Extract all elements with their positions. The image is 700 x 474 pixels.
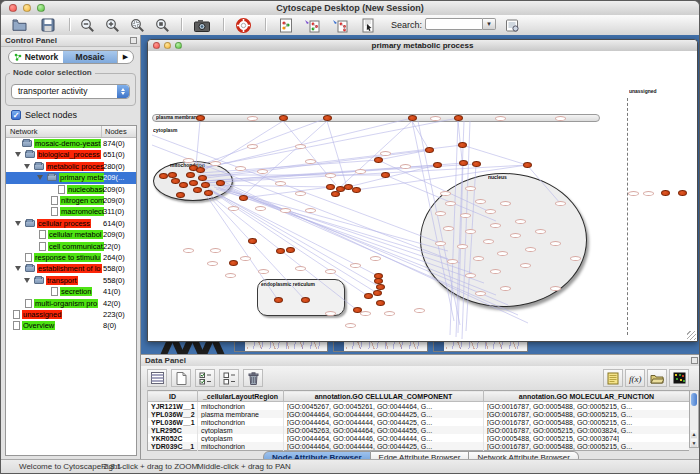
expand-triangle-icon[interactable]: [15, 221, 21, 226]
create-attribute-button[interactable]: [171, 369, 191, 387]
network-node-unhighlighted[interactable]: [500, 201, 511, 206]
network-node[interactable]: [353, 307, 362, 313]
table-cell[interactable]: cytoplasm: [198, 434, 284, 442]
network-node-unhighlighted[interactable]: [247, 116, 258, 121]
network-node[interactable]: [196, 115, 205, 121]
network-node[interactable]: [239, 195, 248, 201]
network-node-unhighlighted[interactable]: [255, 206, 266, 211]
network-node-unhighlighted[interactable]: [497, 251, 508, 256]
network-node-unhighlighted[interactable]: [445, 201, 456, 206]
import-table-button[interactable]: [331, 17, 348, 33]
scroll-up-arrow[interactable]: ▲: [691, 430, 697, 438]
network-node-unhighlighted[interactable]: [325, 311, 336, 316]
network-node[interactable]: [459, 160, 468, 166]
network-node-unhighlighted[interactable]: [430, 116, 441, 121]
tree-row[interactable]: Overview8(0): [6, 320, 136, 331]
table-column-header[interactable]: annotation.GO MOLECULAR_FUNCTION: [484, 391, 690, 402]
search-input[interactable]: [425, 18, 483, 30]
unselect-all-attributes-button[interactable]: [219, 369, 239, 387]
table-cell[interactable]: YPL036W__1: [148, 418, 198, 426]
network-node-unhighlighted[interactable]: [280, 208, 291, 213]
network-node-unhighlighted[interactable]: [370, 256, 381, 261]
tree-row[interactable]: biological_process651(0): [6, 149, 136, 160]
zoom-selected-button[interactable]: [154, 17, 171, 33]
network-node[interactable]: [433, 162, 442, 168]
network-edge[interactable]: [458, 121, 462, 160]
network-node-unhighlighted[interactable]: [495, 116, 506, 121]
tree-row[interactable]: cell communicat22(0): [6, 241, 136, 252]
table-cell[interactable]: [GO:0044464, GO:0044446, GO:0044444, G..…: [284, 434, 484, 442]
network-node-unhighlighted[interactable]: [355, 169, 366, 174]
network-node[interactable]: [331, 191, 340, 197]
table-cell[interactable]: [GO:0016787, GO:0005488, GO:0005215, G..…: [484, 410, 690, 418]
function-builder-button[interactable]: f(x): [625, 369, 645, 387]
zoom-in-button[interactable]: [104, 17, 121, 33]
network-node-unhighlighted[interactable]: [207, 261, 218, 266]
network-node-unhighlighted[interactable]: [475, 291, 486, 296]
table-column-header[interactable]: ID: [148, 391, 198, 402]
network-node[interactable]: [376, 300, 385, 306]
network-node[interactable]: [454, 115, 463, 121]
network-node-unhighlighted[interactable]: [384, 311, 395, 316]
table-row[interactable]: YKR052Ccytoplasm[GO:0044464, GO:0044446,…: [148, 434, 690, 442]
network-node-unhighlighted[interactable]: [465, 229, 476, 234]
network-node-unhighlighted[interactable]: [643, 191, 654, 196]
network-edge[interactable]: [527, 165, 560, 203]
network-node[interactable]: [381, 172, 390, 178]
table-cell[interactable]: [GO:0045263, GO:0044464, GO:0044455, G..…: [284, 426, 484, 434]
network-node[interactable]: [326, 184, 335, 190]
open-session-button[interactable]: [11, 17, 28, 33]
network-node-unhighlighted[interactable]: [550, 241, 561, 246]
table-cell[interactable]: plasma membrane: [198, 410, 284, 418]
scroll-down-arrow[interactable]: ▼: [691, 439, 697, 447]
table-cell[interactable]: YPL036W__2: [148, 410, 198, 418]
network-node-unhighlighted[interactable]: [473, 256, 484, 261]
network-canvas[interactable]: plasma membrane cytoplasm mitochondrion …: [148, 51, 697, 341]
network-node[interactable]: [179, 182, 188, 188]
tree-row[interactable]: metabolic process280(0): [6, 161, 136, 172]
network-node[interactable]: [198, 175, 207, 181]
network-node-unhighlighted[interactable]: [500, 286, 511, 291]
network-node[interactable]: [472, 161, 481, 167]
network-node-unhighlighted[interactable]: [460, 213, 471, 218]
network-node-unhighlighted[interactable]: [225, 273, 236, 278]
network-node[interactable]: [523, 162, 532, 168]
select-nodes-checkbox[interactable]: ✓: [11, 110, 21, 120]
table-cell[interactable]: [GO:0005488, GO:0005215, GO:0003674]: [484, 434, 690, 442]
network-node[interactable]: [458, 142, 467, 148]
network-node-unhighlighted[interactable]: [440, 191, 451, 196]
network-node[interactable]: [425, 147, 434, 153]
network-node-unhighlighted[interactable]: [443, 226, 454, 231]
network-node-unhighlighted[interactable]: [515, 219, 526, 224]
table-cell[interactable]: [GO:0016787, GO:0005488, GO:0005215, G..…: [484, 402, 690, 411]
float-panel-icon[interactable]: [130, 37, 137, 44]
window-titlebar[interactable]: Cytoscape Desktop (New Session): [1, 1, 699, 16]
scrollbar-thumb[interactable]: [691, 393, 697, 406]
network-node-unhighlighted[interactable]: [435, 211, 446, 216]
attribute-editor-button[interactable]: [603, 369, 623, 387]
network-node-unhighlighted[interactable]: [435, 241, 446, 246]
tree-row[interactable]: multi-organism pro42(0): [6, 298, 136, 309]
network-edge[interactable]: [196, 121, 200, 166]
expand-triangle-icon[interactable]: [24, 164, 30, 169]
select-all-attributes-button[interactable]: [195, 369, 215, 387]
network-node[interactable]: [286, 247, 295, 253]
network-node-unhighlighted[interactable]: [414, 308, 425, 313]
table-cell[interactable]: YLR295C: [148, 426, 198, 434]
network-node-unhighlighted[interactable]: [400, 164, 411, 169]
table-column-header[interactable]: annotation.GO CELLULAR_COMPONENT: [284, 391, 484, 402]
search-dropdown-arrow[interactable]: ▼: [483, 18, 496, 30]
network-node-unhighlighted[interactable]: [305, 159, 316, 164]
float-panel-icon[interactable]: [691, 357, 698, 364]
table-cell[interactable]: [GO:0044464, GO:0044444, GO:0044425, G..…: [284, 418, 484, 426]
network-node-unhighlighted[interactable]: [535, 229, 546, 234]
network-node-unhighlighted[interactable]: [465, 273, 476, 278]
network-node[interactable]: [216, 180, 225, 186]
save-session-button[interactable]: [39, 17, 56, 33]
network-node-unhighlighted[interactable]: [360, 311, 371, 316]
network-node[interactable]: [276, 248, 285, 254]
network-edge[interactable]: [418, 121, 460, 325]
network-node[interactable]: [301, 297, 310, 303]
network-node[interactable]: [186, 172, 195, 178]
table-scrollbar[interactable]: ▲ ▼: [689, 390, 699, 448]
